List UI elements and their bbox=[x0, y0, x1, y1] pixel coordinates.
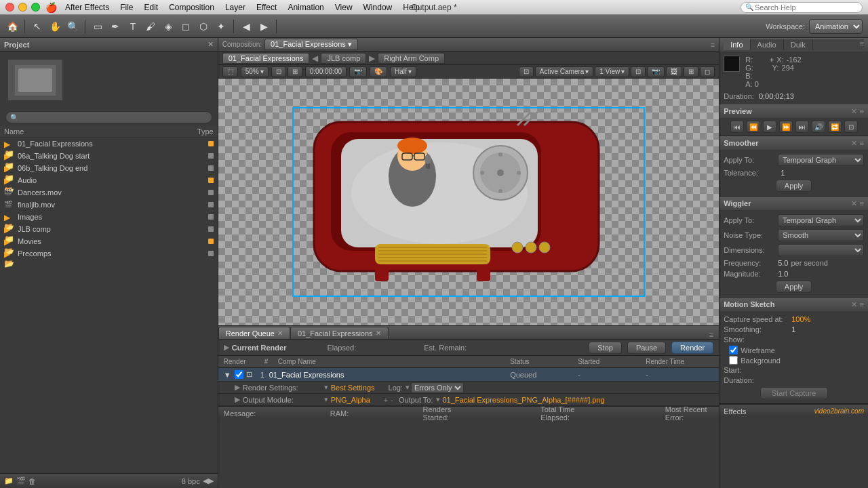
menu-window[interactable]: Window bbox=[363, 3, 393, 12]
list-item[interactable]: ▶ 📁 JLB comp bbox=[0, 223, 218, 235]
puppet-tool[interactable]: ✦ bbox=[214, 20, 228, 33]
output-module-link[interactable]: PNG_Alpha bbox=[331, 396, 370, 404]
project-search-input[interactable] bbox=[20, 113, 208, 121]
smoother-apply-button[interactable]: Apply bbox=[776, 180, 812, 192]
prev-frame[interactable]: ⏪ bbox=[747, 121, 760, 133]
zoom-tool[interactable]: 🔍 bbox=[66, 20, 79, 33]
tab-facial[interactable]: 01_Facial Expressions bbox=[222, 53, 310, 64]
search-input[interactable] bbox=[755, 3, 858, 12]
next-frame[interactable]: ▶ bbox=[257, 20, 271, 33]
om-add[interactable]: + bbox=[384, 396, 388, 404]
tab-jlb[interactable]: JLB comp bbox=[321, 53, 366, 64]
prev-frame[interactable]: ◀ bbox=[239, 20, 253, 33]
workspace-select[interactable]: Animation bbox=[809, 19, 863, 34]
motion-sketch-close[interactable]: ✕ bbox=[851, 300, 857, 309]
panel-options-icon[interactable]: ≡ bbox=[709, 331, 713, 339]
ot-dropdown[interactable]: ▾ bbox=[436, 395, 440, 404]
color-icon[interactable]: 🎨 bbox=[370, 66, 387, 77]
tab-right-arm[interactable]: Right Arm Comp bbox=[378, 53, 445, 64]
log-dropdown[interactable]: ▾ bbox=[406, 383, 410, 392]
audio[interactable]: 🔊 bbox=[812, 121, 825, 133]
menu-aftereffects[interactable]: After Effects bbox=[65, 3, 109, 12]
wiggler-opts[interactable]: ≡ bbox=[860, 199, 864, 207]
render-toggle[interactable]: ⊡ bbox=[631, 66, 646, 77]
first-frame[interactable]: ⏮ bbox=[730, 121, 744, 133]
list-item[interactable]: ▶ 📂 Audio bbox=[0, 174, 218, 186]
expand-item[interactable]: ▼ bbox=[224, 371, 235, 379]
show-snapshot[interactable]: 🖼 bbox=[666, 66, 682, 77]
list-item[interactable]: ▶ 📂 Images bbox=[0, 211, 218, 223]
list-item[interactable]: ▶ 📂 Precomps bbox=[0, 247, 218, 260]
minimize-button[interactable] bbox=[18, 3, 27, 12]
menu-composition[interactable]: Composition bbox=[169, 3, 214, 12]
menu-layer[interactable]: Layer bbox=[225, 3, 245, 12]
home-icon[interactable]: 🏠 bbox=[5, 20, 19, 33]
render-queue-tab[interactable]: Render Queue ✕ bbox=[218, 327, 290, 339]
list-item[interactable]: ▶ 📁 06b_Talking Dog end bbox=[0, 162, 218, 174]
new-comp-icon[interactable]: 🎬 bbox=[16, 476, 26, 485]
preview-close[interactable]: ✕ bbox=[851, 107, 857, 116]
tab-duik[interactable]: Duik bbox=[784, 39, 813, 50]
hand-tool[interactable]: ✋ bbox=[48, 20, 62, 33]
menu-effect[interactable]: Effect bbox=[256, 3, 277, 12]
background-checkbox[interactable] bbox=[729, 356, 738, 365]
panel-options[interactable]: ≡ bbox=[711, 41, 715, 49]
list-item[interactable]: 🎬 Dancers.mov bbox=[0, 186, 218, 199]
menu-animation[interactable]: Animation bbox=[288, 3, 323, 12]
right-arrow[interactable]: ▶ bbox=[369, 54, 375, 63]
search-box[interactable]: 🔍 bbox=[741, 2, 863, 13]
start-capture-button[interactable]: Start Capture bbox=[760, 387, 828, 399]
comp-dropdown[interactable]: 01_Facial Expressions ▾ bbox=[264, 39, 358, 50]
grid-toggle[interactable]: ⊞ bbox=[684, 66, 698, 77]
expand-om[interactable]: ▶ bbox=[235, 395, 240, 404]
tab-close[interactable]: ✕ bbox=[277, 329, 283, 337]
noise-type-select[interactable]: Smooth bbox=[778, 229, 864, 241]
play[interactable]: ▶ bbox=[763, 121, 776, 133]
loop[interactable]: 🔁 bbox=[828, 121, 842, 133]
dimensions-select[interactable] bbox=[778, 244, 864, 256]
traffic-lights[interactable] bbox=[5, 3, 40, 12]
list-item[interactable]: ▶ 📂 Movies bbox=[0, 235, 218, 247]
next-page[interactable]: ▶ bbox=[208, 476, 214, 485]
rs-dropdown[interactable]: ▾ bbox=[324, 383, 328, 392]
tab-info[interactable]: Info bbox=[724, 39, 750, 50]
eraser-tool[interactable]: ◻ bbox=[179, 20, 193, 33]
list-item[interactable]: ▶ 📁 01_Facial Expressions bbox=[0, 138, 218, 150]
render-button[interactable]: Render bbox=[671, 342, 713, 354]
info-panel-options[interactable]: ≡ bbox=[860, 39, 864, 50]
render-checkbox[interactable] bbox=[235, 370, 243, 379]
render-queue-item[interactable]: ▼ ⊡ 1 01_Facial Expressions Queued - - bbox=[218, 368, 719, 382]
text-tool[interactable]: T bbox=[126, 20, 140, 33]
apply-to-select[interactable]: Temporal Graph bbox=[778, 154, 864, 166]
tab-audio[interactable]: Audio bbox=[751, 39, 784, 50]
om-dropdown[interactable]: ▾ bbox=[324, 395, 328, 404]
fit-width[interactable]: ⊞ bbox=[288, 66, 302, 77]
mask-toggle[interactable]: ◻ bbox=[700, 66, 715, 77]
view-select[interactable]: 1 View ▾ bbox=[595, 66, 629, 77]
tab-close2[interactable]: ✕ bbox=[376, 329, 381, 337]
active-camera-select[interactable]: Active Camera ▾ bbox=[535, 66, 594, 77]
fit-comp[interactable]: ⊡ bbox=[271, 66, 286, 77]
clone-tool[interactable]: ◈ bbox=[161, 20, 175, 33]
wireframe-checkbox[interactable] bbox=[729, 346, 738, 354]
menu-file[interactable]: File bbox=[120, 3, 133, 12]
project-panel-close[interactable]: ✕ bbox=[208, 40, 214, 49]
snapshot[interactable]: 📷 bbox=[647, 66, 665, 77]
next-frame[interactable]: ⏩ bbox=[779, 121, 793, 133]
menu-edit[interactable]: Edit bbox=[144, 3, 158, 12]
expand-arrow[interactable]: ▶ bbox=[224, 343, 229, 352]
comp-tab[interactable]: 01_Facial Expressions ✕ bbox=[290, 327, 389, 339]
roto-tool[interactable]: ⬡ bbox=[197, 20, 210, 33]
stop-button[interactable]: Stop bbox=[589, 342, 622, 354]
pause-button[interactable]: Pause bbox=[627, 342, 666, 354]
rect-tool[interactable]: ▭ bbox=[91, 20, 104, 33]
zoom-select[interactable]: 50% ▾ bbox=[241, 66, 269, 77]
wiggler-apply-button[interactable]: Apply bbox=[776, 281, 812, 293]
wiggler-close[interactable]: ✕ bbox=[851, 199, 857, 208]
prev-page[interactable]: ◀ bbox=[203, 476, 208, 485]
smoother-close[interactable]: ✕ bbox=[851, 139, 857, 148]
preview-opts[interactable]: ≡ bbox=[860, 107, 864, 115]
motion-sketch-opts[interactable]: ≡ bbox=[860, 300, 864, 308]
quality-select[interactable]: Half ▾ bbox=[390, 66, 416, 77]
list-item[interactable]: 🎬 finaljlb.mov bbox=[0, 199, 218, 211]
